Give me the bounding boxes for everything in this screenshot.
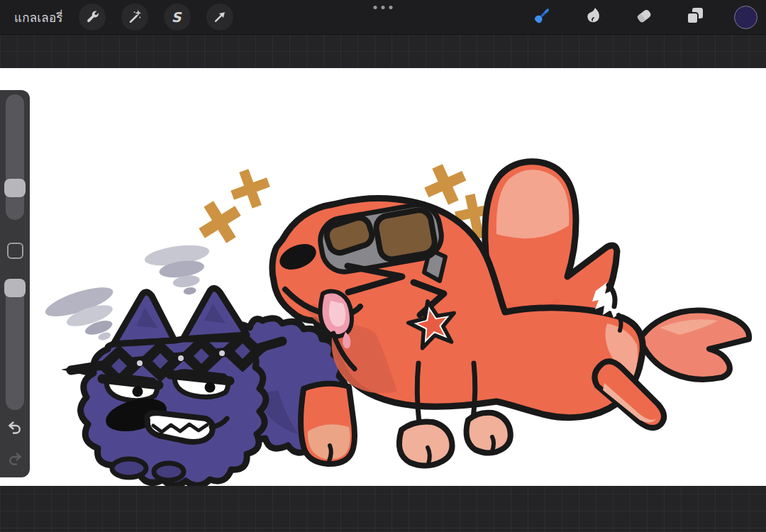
color-swatch[interactable] [734,6,757,29]
front-paw-right [467,413,511,453]
selection-button[interactable]: S [164,4,191,31]
smudge-icon [583,6,603,28]
opacity-handle[interactable] [4,279,26,297]
toolbar-left-group: แกลเลอรี่ S [0,4,233,31]
smudge-button[interactable] [581,5,605,29]
wrench-icon [84,9,100,25]
selection-s-icon: S [172,9,182,25]
undo-arrow-icon [6,419,23,439]
dog-drawing [0,68,766,486]
layers-button[interactable] [683,5,707,29]
opacity-slider[interactable] [6,279,24,410]
redo-arrow-icon [6,450,23,470]
brush-size-handle[interactable] [4,179,26,197]
front-paw-center [399,421,453,465]
eraser-icon [634,6,654,28]
adjustments-button[interactable] [121,4,148,31]
redo-button[interactable] [6,451,24,470]
eraser-button[interactable] [632,5,656,29]
magic-wand-icon [127,9,143,25]
orange-dog [272,162,749,466]
brush-size-slider[interactable] [6,94,24,220]
gallery-button[interactable]: แกลเลอรี่ [14,8,63,27]
canvas-options-button[interactable] [370,3,397,12]
gold-sparkle-left [191,164,275,251]
canvas-artboard[interactable] [0,68,766,486]
paint-brush-icon [531,5,553,29]
layers-icon [684,5,706,29]
ellipsis-icon [389,6,393,9]
transform-button[interactable] [206,4,233,31]
actions-button[interactable] [79,4,106,31]
transform-arrow-icon [212,9,228,25]
brush-sidebar [0,90,30,477]
top-toolbar: แกลเลอรี่ S [0,0,766,34]
smoke-swirl-upper [143,242,215,300]
ellipsis-icon [382,6,385,9]
toolbar-right-group [530,0,766,34]
procreate-canvas-screen: { "toolbar": { "gallery_label": "แกลเลอร… [0,0,766,532]
brush-button[interactable] [530,5,554,29]
undo-button[interactable] [6,420,24,438]
modify-button[interactable] [7,243,23,259]
ellipsis-icon [374,6,377,9]
